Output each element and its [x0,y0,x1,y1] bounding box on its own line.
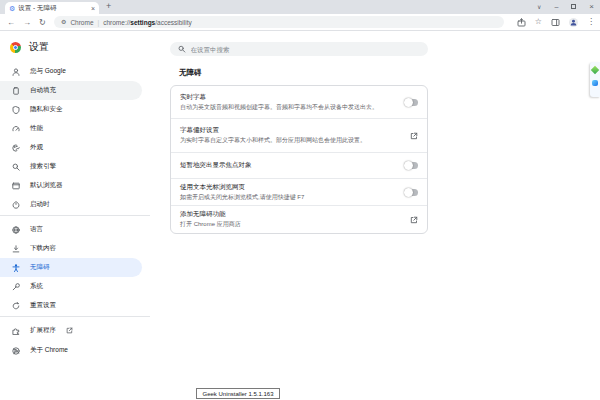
tab-title: 设置 - 无障碍 [18,4,88,13]
row-title: 使用文本光标浏览网页 [180,183,397,192]
back-icon[interactable]: ← [7,17,15,28]
puzzle-icon [12,327,20,335]
window-controls: ∨ – × [537,0,594,13]
row-focus-highlight: 短暂地突出显示焦点对象 [171,152,427,178]
row-subtitle: 为实时字幕自定义字幕大小和样式。部分应用和网站也会使用此设置。 [180,136,402,144]
sidebar-item-label: 下载内容 [30,244,56,253]
chrome-icon [12,347,20,355]
row-caret-browsing: 使用文本光标浏览网页 如需开启或关闭光标浏览模式,请使用快捷键 F7 [171,178,427,205]
sidebar-item-label: 语言 [30,225,43,234]
maximize-button[interactable] [571,4,576,9]
floating-extension-widget[interactable] [590,62,600,97]
toolbar-actions: ☆ ⋮ [517,16,595,28]
sidebar-item-label: 搜索引擎 [30,162,56,171]
sidebar-item-appearance[interactable]: 外观 [0,138,142,157]
tab-close-icon[interactable]: × [91,5,95,12]
live-caption-toggle[interactable] [405,99,418,106]
sidebar-item-label: 系统 [30,282,43,291]
row-subtitle: 自动为英文版音频和视频创建字幕。音频和字幕均不会从设备中发送出去。 [180,103,397,111]
search-input[interactable] [191,46,420,53]
sidebar-item-label: 默认浏览器 [30,181,63,190]
forward-icon[interactable]: → [23,17,31,28]
close-button[interactable]: × [589,3,594,11]
tab-strip: ⚙ 设置 - 无障碍 × + ∨ – × [0,0,600,14]
sidebar-item-label: 您与 Google [30,67,66,76]
url-path: /accessibility [155,19,191,26]
sidebar-item-system[interactable]: 系统 [0,277,142,296]
sidebar-item-accessibility[interactable]: 无障碍 [0,258,142,277]
wrench-icon [12,283,20,291]
sidebar-item-privacy[interactable]: 隐私和安全 [0,100,142,119]
search-icon [12,163,20,171]
url-host: settings [130,19,155,26]
caret-browsing-toggle[interactable] [405,189,418,196]
browser-toolbar: ← → ↻ ⚙ Chrome | chrome://settings/acces… [0,14,600,31]
widget-green-icon [591,66,599,74]
autofill-icon [12,87,20,95]
external-link-icon[interactable] [410,216,418,224]
row-subtitle: 打开 Chrome 应用商店 [180,220,402,228]
profile-avatar[interactable] [569,18,578,27]
sidebar-item-search-engine[interactable]: 搜索引擎 [0,157,142,176]
download-icon [12,245,20,253]
row-title: 字幕偏好设置 [180,126,402,135]
focus-highlight-toggle[interactable] [405,162,418,169]
sidebar-item-label: 关于 Chrome [30,346,68,355]
page-url: chrome://settings/accessibility [103,19,192,26]
chrome-logo-icon [10,42,21,53]
sidebar-divider [0,215,150,216]
side-panel-icon[interactable] [551,18,560,27]
sidebar-item-you-and-google[interactable]: 您与 Google [0,62,142,81]
sidebar-item-on-startup[interactable]: 启动时 [0,195,142,214]
settings-main: 无障碍 实时字幕 自动为英文版音频和视频创建字幕。音频和字幕均不会从设备中发送出… [155,31,600,400]
reset-icon [12,302,20,310]
bookmark-star-icon[interactable]: ☆ [535,18,542,26]
search-icon [178,45,186,53]
tab-settings[interactable]: ⚙ 设置 - 无障碍 × [5,2,99,14]
sidebar-item-performance[interactable]: 性能 [0,119,142,138]
sidebar-item-label: 隐私和安全 [30,105,63,114]
row-title: 实时字幕 [180,93,397,102]
sidebar-item-about-chrome[interactable]: 关于 Chrome [0,341,142,360]
new-tab-button[interactable]: + [106,1,111,11]
sidebar-item-languages[interactable]: 语言 [0,220,142,239]
settings-gear-favicon-icon: ⚙ [9,5,15,12]
external-link-icon [66,327,73,334]
row-caption-preferences[interactable]: 字幕偏好设置 为实时字幕自定义字幕大小和样式。部分应用和网站也会使用此设置。 [171,118,427,152]
row-subtitle: 如需开启或关闭光标浏览模式,请使用快捷键 F7 [180,193,397,201]
browser-window-icon [12,182,20,190]
external-link-icon[interactable] [410,132,418,140]
page-info-icon[interactable]: ⚙ [61,19,66,25]
person-icon [12,68,20,76]
url-scheme: chrome:// [103,19,130,26]
sidebar-item-downloads[interactable]: 下载内容 [0,239,142,258]
overflow-menu-icon[interactable]: ⋮ [587,18,595,26]
browser-window: ⚙ 设置 - 无障碍 × + ∨ – × ← → ↻ ⚙ Chrome | ch… [0,0,600,400]
sidebar-item-autofill[interactable]: 自动填充 [0,81,142,100]
omnibox-separator: | [98,19,100,26]
address-bar[interactable]: ⚙ Chrome | chrome://settings/accessibili… [54,16,504,28]
settings-header: 设置 [10,40,49,54]
tooltip-text: Geek Uninstaller 1.5.1.163 [202,391,273,397]
speedometer-icon [12,125,20,133]
sidebar-item-label: 性能 [30,124,43,133]
widget-blue-icon [592,80,598,86]
power-icon [12,201,20,209]
accessibility-card: 实时字幕 自动为英文版音频和视频创建字幕。音频和字幕均不会从设备中发送出去。 字… [170,85,428,234]
share-icon[interactable] [517,18,526,27]
tab-search-icon[interactable]: ∨ [537,4,541,10]
sidebar-item-label: 自动填充 [30,86,56,95]
sidebar-item-default-browser[interactable]: 默认浏览器 [0,176,142,195]
row-add-accessibility-features[interactable]: 添加无障碍功能 打开 Chrome 应用商店 [171,205,427,233]
settings-sidebar: 设置 您与 Google 自动填充 隐私和安全 性能 外观 搜索引擎 默认浏 [0,31,155,400]
sidebar-item-extensions[interactable]: 扩展程序 [0,321,142,340]
settings-search[interactable] [170,42,428,56]
sidebar-item-label: 无障碍 [30,263,50,272]
row-title: 添加无障碍功能 [180,210,402,219]
sidebar-item-label: 扩展程序 [30,326,56,335]
sidebar-item-reset[interactable]: 重置设置 [0,296,142,315]
minimize-button[interactable]: – [554,3,558,10]
accessibility-icon [12,264,20,272]
palette-icon [12,144,20,152]
reload-icon[interactable]: ↻ [39,17,46,28]
